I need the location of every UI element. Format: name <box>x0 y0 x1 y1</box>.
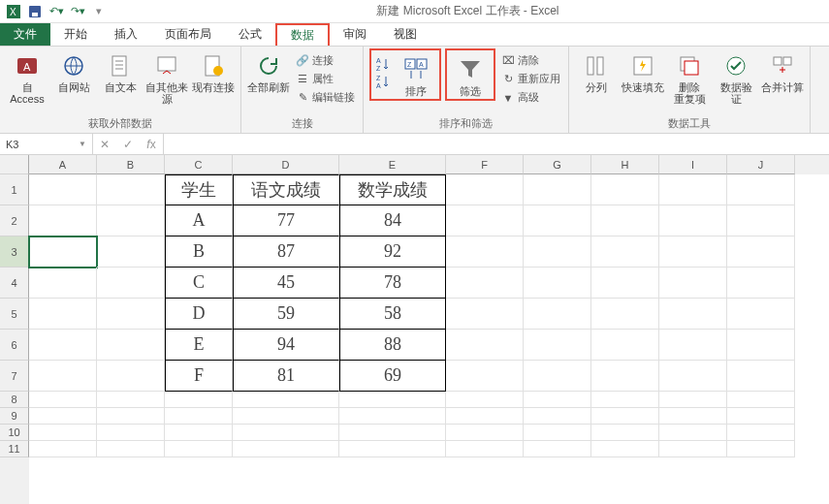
consolidate-button[interactable]: 合并计算 <box>761 48 804 93</box>
cell[interactable]: A <box>165 205 233 236</box>
cell[interactable] <box>29 425 97 441</box>
cell[interactable] <box>659 268 727 299</box>
cell[interactable]: 语文成绩 <box>233 174 339 205</box>
cell[interactable]: 94 <box>233 330 339 361</box>
tab-review[interactable]: 审阅 <box>330 23 380 46</box>
cell[interactable] <box>591 174 659 205</box>
cell[interactable] <box>97 268 165 299</box>
cell[interactable] <box>233 441 339 457</box>
col-header[interactable]: G <box>524 155 591 174</box>
cell[interactable] <box>524 425 591 441</box>
cell[interactable]: 45 <box>233 268 339 299</box>
row-header[interactable]: 10 <box>0 425 29 441</box>
cell[interactable] <box>659 330 727 361</box>
cell[interactable] <box>727 408 795 425</box>
properties-button[interactable]: ☰属性 <box>294 71 357 87</box>
cell[interactable] <box>659 174 727 205</box>
tab-formula[interactable]: 公式 <box>225 23 275 46</box>
cell[interactable] <box>29 408 97 425</box>
from-other-button[interactable]: 自其他来源 <box>145 48 188 105</box>
row-header[interactable]: 5 <box>0 299 29 330</box>
cell[interactable] <box>591 361 659 392</box>
cell[interactable] <box>591 330 659 361</box>
cell[interactable] <box>727 236 795 268</box>
col-header[interactable]: D <box>233 155 339 174</box>
cell[interactable] <box>97 299 165 330</box>
cell[interactable]: 84 <box>339 205 446 236</box>
cell[interactable]: 78 <box>339 268 446 299</box>
tab-view[interactable]: 视图 <box>380 23 430 46</box>
cell[interactable] <box>446 205 524 236</box>
clear-filter-button[interactable]: ⌧清除 <box>499 52 562 69</box>
cell[interactable] <box>727 268 795 299</box>
tab-insert[interactable]: 插入 <box>101 23 151 46</box>
sort-asc-button[interactable]: AZ <box>373 56 391 72</box>
cell[interactable] <box>165 392 233 408</box>
col-header[interactable]: F <box>446 155 524 174</box>
cell[interactable] <box>591 268 659 299</box>
redo-icon[interactable]: ↷▾ <box>70 4 85 19</box>
save-icon[interactable] <box>27 4 43 19</box>
row-header[interactable]: 3 <box>0 236 29 268</box>
cell[interactable] <box>727 392 795 408</box>
cell[interactable] <box>29 236 97 268</box>
row-header[interactable]: 7 <box>0 361 29 392</box>
row-header[interactable]: 8 <box>0 392 29 408</box>
cell[interactable] <box>446 361 524 392</box>
cell[interactable] <box>524 392 591 408</box>
cell[interactable] <box>659 236 727 268</box>
cell[interactable]: F <box>165 361 233 392</box>
cell[interactable] <box>659 408 727 425</box>
cell[interactable] <box>446 268 524 299</box>
cell[interactable] <box>446 425 524 441</box>
col-header[interactable]: J <box>727 155 795 174</box>
filter-button[interactable]: 筛选 <box>449 52 492 97</box>
cell[interactable] <box>29 268 97 299</box>
cell[interactable]: 92 <box>339 236 446 268</box>
cell[interactable]: B <box>165 236 233 268</box>
cell[interactable] <box>591 299 659 330</box>
from-text-button[interactable]: 自文本 <box>99 48 142 93</box>
cell[interactable] <box>591 392 659 408</box>
edit-links-button[interactable]: ✎编辑链接 <box>294 89 357 106</box>
cell[interactable] <box>524 299 591 330</box>
cell[interactable] <box>446 236 524 268</box>
cell[interactable]: 81 <box>233 361 339 392</box>
col-header[interactable]: E <box>339 155 446 174</box>
cell[interactable] <box>446 441 524 457</box>
cell[interactable]: 77 <box>233 205 339 236</box>
cell[interactable]: D <box>165 299 233 330</box>
cell[interactable] <box>339 408 446 425</box>
remove-dup-button[interactable]: 删除 重复项 <box>668 48 711 105</box>
cell[interactable] <box>524 361 591 392</box>
existing-conn-button[interactable]: 现有连接 <box>192 48 235 93</box>
cell[interactable] <box>727 330 795 361</box>
cell[interactable] <box>659 392 727 408</box>
cell[interactable] <box>727 205 795 236</box>
col-header[interactable]: A <box>29 155 97 174</box>
accept-icon[interactable]: ✓ <box>116 138 140 151</box>
flash-fill-button[interactable]: 快速填充 <box>622 48 664 93</box>
formula-input[interactable] <box>164 134 829 154</box>
cell[interactable] <box>97 408 165 425</box>
cell[interactable] <box>591 441 659 457</box>
cell[interactable] <box>97 236 165 268</box>
select-all[interactable] <box>0 155 29 174</box>
cell[interactable]: E <box>165 330 233 361</box>
reapply-button[interactable]: ↻重新应用 <box>499 71 562 87</box>
cell[interactable] <box>591 205 659 236</box>
from-web-button[interactable]: 自网站 <box>52 48 95 93</box>
cell[interactable] <box>97 361 165 392</box>
fx-icon[interactable]: fx <box>140 138 163 151</box>
cell[interactable] <box>97 174 165 205</box>
cell[interactable] <box>165 441 233 457</box>
cell[interactable] <box>727 174 795 205</box>
cell[interactable] <box>727 441 795 457</box>
undo-icon[interactable]: ↶▾ <box>48 4 64 19</box>
cell[interactable] <box>727 299 795 330</box>
sort-desc-button[interactable]: ZA <box>373 74 391 89</box>
cell[interactable] <box>659 425 727 441</box>
cell[interactable] <box>524 441 591 457</box>
cell[interactable]: 58 <box>339 299 446 330</box>
cell[interactable] <box>446 299 524 330</box>
